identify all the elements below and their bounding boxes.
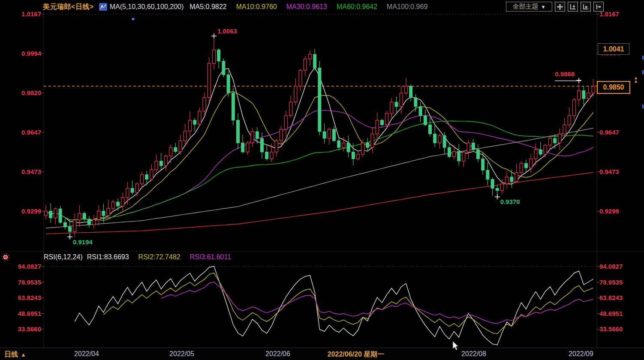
axis-tick-label: 0.9473: [599, 168, 630, 175]
header-controls: 全部主题 ▼: [506, 2, 604, 12]
ma-parameter-label: MA(5,10,30,60,100,200): [110, 3, 184, 11]
chevron-down-icon: ▼: [541, 4, 546, 9]
trading-app-window: 美元瑞郎<日线> MA(5,10,30,60,100,200) MA5:0.98…: [0, 0, 644, 360]
axis-tick-label: 63.8243: [12, 294, 41, 301]
axis-tick-label: 0.9647: [12, 129, 41, 136]
symbol-title: 美元瑞郎<日线>: [43, 3, 94, 12]
axis-tick-label: 0.9473: [12, 168, 41, 175]
high-price-axis-box: 1.0041: [598, 43, 629, 55]
chart-header: 美元瑞郎<日线> MA(5,10,30,60,100,200) MA5:0.98…: [43, 2, 427, 12]
rsi-indicator-header[interactable]: RSI(6,12,24) RSI1:83.6693 RSI2:72.7482 R…: [44, 253, 231, 261]
alert-dot-icon[interactable]: [1, 252, 10, 264]
axis-tick-label: 63.8243: [599, 294, 630, 301]
candlestick-chart-canvas[interactable]: [0, 0, 644, 360]
ma-legend: MA5:0.9822MA10:0.9760MA30:0.9613MA60:0.9…: [190, 3, 427, 11]
rsi-line-RSI2: [103, 273, 593, 334]
axis-tick-label: 48.6951: [12, 310, 41, 317]
ma-legend-item: MA10:0.9760: [236, 3, 277, 11]
axis-tick-label: 94.0827: [599, 263, 630, 270]
ma-legend-item: MA30:0.9613: [286, 3, 327, 11]
ma-legend-item: MA60:0.9642: [337, 3, 377, 11]
axis-tick-label: 94.0827: [12, 263, 41, 270]
axis-play-right-icon[interactable]: [581, 2, 591, 12]
axis-scale-up-icon[interactable]: [568, 2, 578, 12]
axis-tick-label: 33.5660: [12, 325, 41, 333]
rsi-title: RSI(6,12,24): [44, 253, 83, 261]
current-price-axis-box: 0.9850: [597, 81, 630, 94]
pan-move-icon[interactable]: [555, 2, 565, 12]
right-edge-indicator: [642, 105, 644, 108]
crosshair-date-label: 2022/06/20 星期一: [319, 350, 392, 359]
price-up-arrows-icon: ▲▲: [634, 76, 638, 83]
axis-tick-label: 78.9535: [599, 279, 630, 286]
axis-tick-label: 1.0167: [599, 10, 630, 18]
axis-tick-label: 33.5660: [599, 325, 630, 333]
date-tick-label: 2022/09: [555, 350, 607, 358]
extreme-price-label: 1.0063: [217, 27, 237, 35]
right-edge-indicator: [642, 70, 644, 74]
rsi3-value: RSI3:61.6011: [190, 253, 231, 261]
chart-logo-icon: [99, 3, 107, 11]
candles-group: [45, 38, 595, 237]
date-tick-label: 2022/06: [252, 350, 304, 358]
rsi1-value: RSI1:83.6693: [87, 253, 129, 261]
axis-tick-label: 78.9535: [12, 279, 41, 286]
collapse-panel-right-icon[interactable]: [593, 2, 604, 12]
date-axis-bar: 日线 ▲ 2022/042022/052022/062022/06/20 星期一…: [0, 348, 644, 360]
right-edge-indicator: [642, 56, 644, 60]
axis-tick-label: 0.9647: [599, 129, 630, 136]
axis-tick-label: 1.0167: [12, 10, 41, 18]
period-label: 日线: [4, 350, 18, 359]
axis-tick-label: 0.9820: [12, 89, 41, 96]
rsi-line-RSI1: [75, 266, 593, 345]
axis-tick-label: 48.6951: [599, 310, 630, 317]
date-tick-label: 2022/04: [61, 350, 112, 358]
date-tick-label: 2022/08: [448, 350, 500, 358]
axis-tick-label: 0.9994: [12, 50, 41, 57]
theme-dropdown-label: 全部主题: [513, 3, 539, 11]
event-marker-dot: [132, 18, 134, 20]
theme-dropdown[interactable]: 全部主题 ▼: [506, 2, 552, 12]
extreme-price-label: 0.9370: [500, 198, 520, 205]
extreme-price-label: 0.9194: [73, 238, 93, 246]
rsi2-value: RSI2:72.7482: [138, 253, 181, 261]
extreme-price-label: 0.9868: [545, 70, 575, 78]
ma-legend-item: MA100:0.969: [387, 3, 427, 11]
axis-tick-label: 0.9299: [12, 207, 41, 215]
triangle-up-icon: ▲: [21, 351, 26, 358]
ma-legend-item: MA5:0.9822: [190, 3, 226, 11]
period-selector[interactable]: 日线 ▲: [4, 350, 26, 359]
axis-tick-label: 0.9299: [599, 207, 630, 215]
date-tick-label: 2022/05: [156, 350, 208, 358]
